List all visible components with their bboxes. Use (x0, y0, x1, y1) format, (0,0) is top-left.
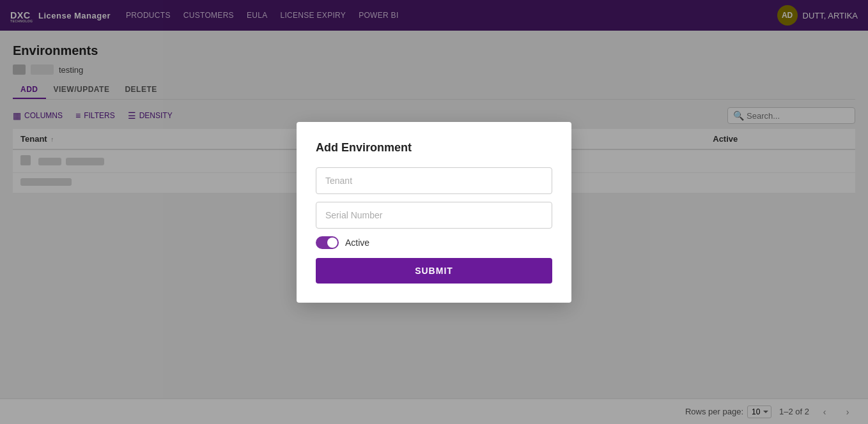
active-toggle[interactable] (316, 236, 339, 249)
tenant-input[interactable] (316, 167, 552, 194)
modal-overlay[interactable]: Add Environment Active SUBMIT (0, 0, 868, 424)
active-label: Active (345, 238, 369, 248)
active-toggle-row: Active (316, 236, 552, 249)
serial-number-input[interactable] (316, 202, 552, 229)
modal-title: Add Environment (316, 141, 552, 155)
toggle-knob (327, 238, 337, 248)
submit-button[interactable]: SUBMIT (316, 258, 552, 284)
add-environment-modal: Add Environment Active SUBMIT (297, 122, 571, 303)
